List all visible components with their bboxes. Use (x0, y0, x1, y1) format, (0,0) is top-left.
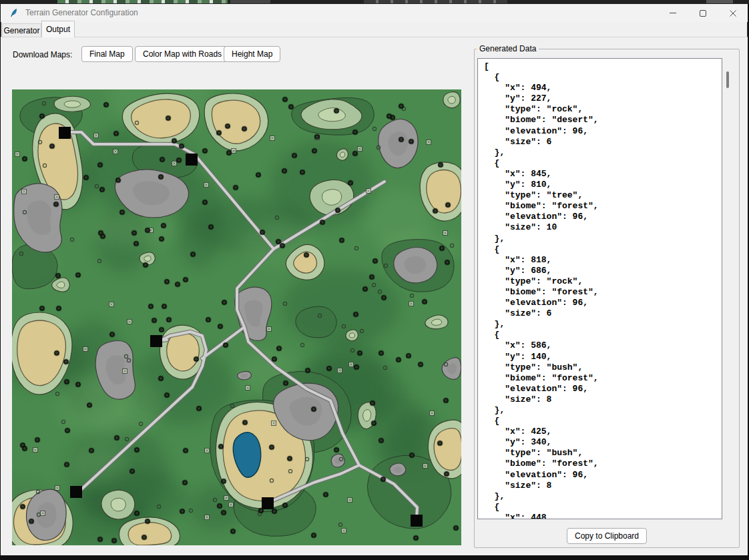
terrain-map-preview (12, 89, 461, 545)
copy-to-clipboard-button[interactable]: Copy to Clipboard (567, 528, 647, 544)
window-controls (658, 4, 748, 22)
maximize-icon (700, 10, 706, 17)
minimize-icon (670, 13, 676, 13)
tab-output[interactable]: Output (41, 21, 75, 37)
final-map-button[interactable]: Final Map (81, 46, 133, 62)
generated-data-label: Generated Data (477, 44, 539, 53)
generated-data-frame: Generated Data [ { "x": 494, "y": 227, "… (474, 49, 740, 548)
height-map-button[interactable]: Height Map (224, 46, 280, 62)
screen: { "window": { "title": "Terrain Generato… (0, 0, 749, 560)
background-window-fragment (364, 0, 507, 3)
close-button[interactable] (718, 4, 748, 22)
tab-generator[interactable]: Generator (2, 23, 41, 37)
generated-data-textarea[interactable]: [ { "x": 494, "y": 227, "type": "rock", … (477, 58, 722, 519)
app-window: Terrain Generator Configuration Generato… (1, 4, 748, 555)
download-maps-label: Download Maps: (13, 50, 72, 59)
json-scrollbar-thumb[interactable] (726, 71, 729, 88)
terrain-map-svg (12, 89, 461, 545)
minimize-button[interactable] (658, 4, 688, 22)
tkinter-feather-icon (9, 8, 19, 18)
background-window-fragment (230, 0, 270, 3)
title-bar[interactable]: Terrain Generator Configuration (1, 4, 748, 22)
color-map-with-roads-button[interactable]: Color Map with Roads (135, 46, 230, 62)
maximize-button[interactable] (688, 4, 718, 22)
window-title: Terrain Generator Configuration (25, 4, 138, 22)
background-window-fragment (706, 0, 733, 3)
json-view: [ { "x": 494, "y": 227, "type": "rock", … (478, 59, 722, 519)
close-icon (730, 10, 736, 17)
json-scrollbar[interactable] (723, 58, 732, 519)
background-window-fragment (57, 0, 228, 3)
